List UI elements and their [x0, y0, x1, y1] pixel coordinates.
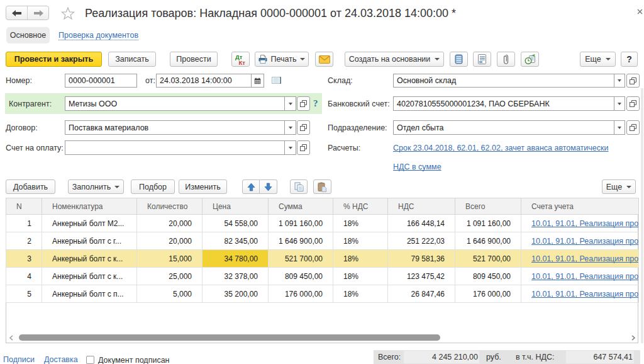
svg-text:Кт: Кт [238, 59, 245, 65]
